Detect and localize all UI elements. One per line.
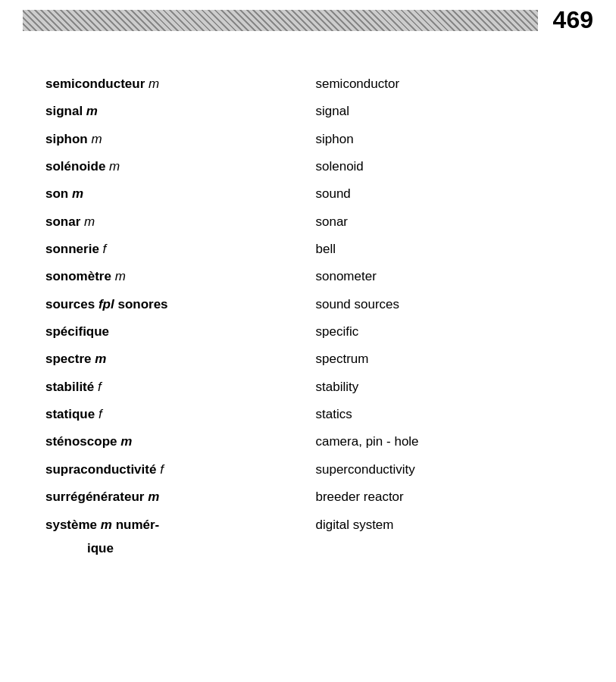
french-cell: signal m bbox=[45, 98, 316, 125]
english-entry: camera, pin - hole bbox=[316, 434, 419, 449]
french-cell: stabilité f bbox=[45, 374, 316, 401]
table-row: sonomètre m sonometer bbox=[45, 263, 586, 290]
header-bar: 469 bbox=[0, 0, 616, 40]
english-cell: signal bbox=[316, 98, 586, 125]
english-cell-empty bbox=[316, 539, 586, 562]
french-entry: sonnerie f bbox=[45, 242, 106, 256]
french-entry: spectre m bbox=[45, 352, 106, 366]
english-cell: solenoid bbox=[316, 153, 586, 180]
french-cell: statique f bbox=[45, 401, 316, 428]
english-entry: signal bbox=[316, 104, 349, 118]
table-row: supraconductivité f superconductivity bbox=[45, 456, 586, 483]
french-entry: supraconductivité f bbox=[45, 462, 164, 477]
english-cell: superconductivity bbox=[316, 456, 586, 483]
english-cell: spectrum bbox=[316, 346, 586, 373]
french-entry: statique f bbox=[45, 407, 102, 421]
french-cell: semiconducteur m bbox=[45, 70, 316, 98]
english-entry: spectrum bbox=[316, 352, 369, 366]
french-cell-continuation: ique bbox=[45, 539, 316, 562]
french-cell: siphon m bbox=[45, 126, 316, 153]
french-entry-continuation: ique bbox=[87, 541, 114, 555]
french-entry: siphon m bbox=[45, 132, 102, 146]
english-entry: siphon bbox=[316, 132, 354, 146]
english-cell: stability bbox=[316, 374, 586, 401]
french-cell: sonar m bbox=[45, 208, 316, 236]
table-row: surrégénérateur m breeder reactor bbox=[45, 483, 586, 511]
table-row: siphon m siphon bbox=[45, 126, 586, 153]
english-cell: digital system bbox=[316, 512, 586, 539]
french-cell: sonnerie f bbox=[45, 236, 316, 263]
content-area: semiconducteur m semiconductor signal m … bbox=[0, 63, 616, 593]
french-cell: sténoscope m bbox=[45, 428, 316, 455]
english-cell: semiconductor bbox=[316, 70, 586, 98]
french-cell: système m numér- bbox=[45, 512, 316, 539]
table-row: statique f statics bbox=[45, 401, 586, 428]
table-row: signal m signal bbox=[45, 98, 586, 125]
table-row: son m sound bbox=[45, 180, 586, 208]
french-entry: signal m bbox=[45, 104, 98, 118]
french-cell: sources fpl sonores bbox=[45, 291, 316, 318]
english-cell: siphon bbox=[316, 126, 586, 153]
french-cell: supraconductivité f bbox=[45, 456, 316, 483]
table-row: stabilité f stability bbox=[45, 374, 586, 401]
english-entry: superconductivity bbox=[316, 462, 415, 477]
french-entry: surrégénérateur m bbox=[45, 490, 159, 504]
table-row: ique bbox=[45, 539, 586, 562]
english-entry: breeder reactor bbox=[316, 490, 404, 504]
french-entry: sources fpl sonores bbox=[45, 297, 168, 311]
english-cell: statics bbox=[316, 401, 586, 428]
french-entry: sonar m bbox=[45, 214, 95, 229]
table-row: solénoide m solenoid bbox=[45, 153, 586, 180]
french-entry: stabilité f bbox=[45, 380, 102, 394]
english-cell: sonometer bbox=[316, 263, 586, 290]
english-entry: specific bbox=[316, 324, 359, 339]
french-entry: sténoscope m bbox=[45, 434, 132, 449]
table-row: sténoscope m camera, pin - hole bbox=[45, 428, 586, 455]
english-entry: sonometer bbox=[316, 269, 377, 283]
english-entry: sound sources bbox=[316, 297, 400, 311]
english-cell: camera, pin - hole bbox=[316, 428, 586, 455]
english-cell: bell bbox=[316, 236, 586, 263]
french-entry: spécifique bbox=[45, 324, 109, 339]
french-entry: système m numér- bbox=[45, 518, 159, 532]
english-entry: sound bbox=[316, 186, 351, 201]
french-entry: solénoide m bbox=[45, 159, 120, 174]
table-row: sonar m sonar bbox=[45, 208, 586, 236]
english-entry: sonar bbox=[316, 214, 349, 229]
english-entry: bell bbox=[316, 242, 336, 256]
french-entry: semiconducteur m bbox=[45, 77, 159, 91]
english-entry: stability bbox=[316, 380, 359, 394]
french-cell: surrégénérateur m bbox=[45, 483, 316, 511]
french-cell: son m bbox=[45, 180, 316, 208]
english-entry: digital system bbox=[316, 518, 394, 532]
table-row: système m numér- digital system bbox=[45, 512, 586, 539]
english-entry: solenoid bbox=[316, 159, 364, 174]
english-cell: breeder reactor bbox=[316, 483, 586, 511]
french-cell: spectre m bbox=[45, 346, 316, 373]
french-cell: sonomètre m bbox=[45, 263, 316, 290]
table-row: spécifique specific bbox=[45, 318, 586, 346]
table-row: sonnerie f bell bbox=[45, 236, 586, 263]
french-cell: solénoide m bbox=[45, 153, 316, 180]
table-row: semiconducteur m semiconductor bbox=[45, 70, 586, 98]
english-entry: statics bbox=[316, 407, 352, 421]
header-pattern bbox=[23, 10, 538, 31]
page-container: 469 semiconducteur m semiconductor signa… bbox=[0, 0, 616, 682]
english-entry: semiconductor bbox=[316, 77, 400, 91]
dictionary-table: semiconducteur m semiconductor signal m … bbox=[45, 70, 586, 562]
french-entry: son m bbox=[45, 186, 83, 201]
french-entry: sonomètre m bbox=[45, 269, 126, 283]
page-number: 469 bbox=[553, 6, 593, 34]
english-cell: specific bbox=[316, 318, 586, 346]
english-cell: sonar bbox=[316, 208, 586, 236]
table-row: sources fpl sonores sound sources bbox=[45, 291, 586, 318]
table-row: spectre m spectrum bbox=[45, 346, 586, 373]
english-cell: sound sources bbox=[316, 291, 586, 318]
french-cell: spécifique bbox=[45, 318, 316, 346]
english-cell: sound bbox=[316, 180, 586, 208]
